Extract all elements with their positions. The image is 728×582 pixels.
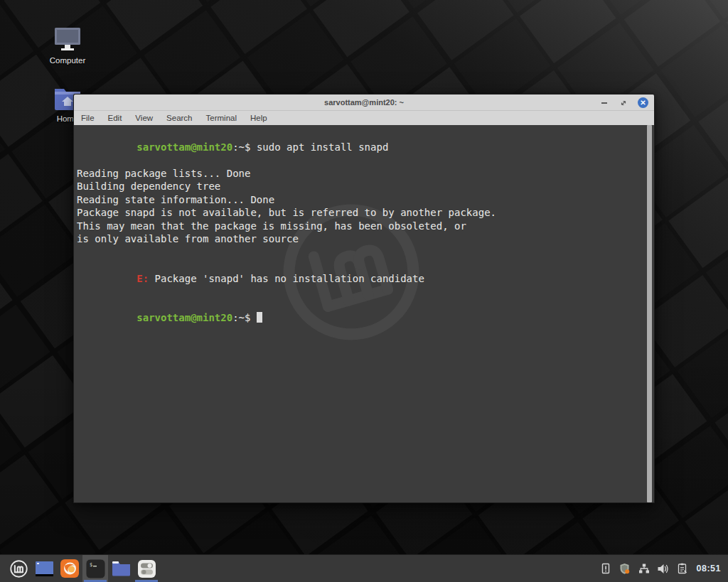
files-launcher[interactable] xyxy=(108,555,134,582)
prompt: sarvottam@mint20 xyxy=(136,312,232,323)
show-desktop-button[interactable] xyxy=(31,555,57,582)
output-line: Building dependency tree xyxy=(77,180,644,193)
output-line: is only available from another source xyxy=(77,232,644,246)
taskbar: $ xyxy=(0,554,728,582)
terminal-cursor xyxy=(257,312,262,323)
terminal-taskbar-button[interactable]: $ xyxy=(82,555,108,582)
menu-edit[interactable]: Edit xyxy=(108,114,122,122)
menu-help[interactable]: Help xyxy=(250,114,267,122)
clipboard-icon[interactable] xyxy=(676,562,689,575)
settings-app-button[interactable] xyxy=(134,555,159,582)
titlebar[interactable]: sarvottam@mint20: ~ ✕ xyxy=(74,95,654,111)
desktop-icon-computer[interactable]: Computer xyxy=(45,26,90,65)
menu-search[interactable]: Search xyxy=(166,114,192,122)
folder-icon xyxy=(112,561,131,576)
terminal-window: sarvottam@mint20: ~ ✕ File Edit View Sea… xyxy=(73,94,655,503)
prompt-line: sarvottam@mint20:~$ xyxy=(77,298,644,338)
menu-view[interactable]: View xyxy=(135,114,153,122)
system-tray: 08:51 xyxy=(599,555,728,582)
firewall-shield-icon[interactable] xyxy=(619,562,631,575)
computer-icon xyxy=(53,26,82,53)
restore-icon xyxy=(620,99,627,107)
firefox-launcher[interactable] xyxy=(57,555,82,582)
terminal-output: sarvottam@mint20:~$ sudo apt install sna… xyxy=(74,125,654,338)
error-line: E: Package 'snapd' has no installation c… xyxy=(77,259,644,298)
blank-line xyxy=(77,246,644,259)
terminal-scrollbar[interactable] xyxy=(647,125,652,502)
firefox-icon xyxy=(60,559,79,578)
svg-text:$: $ xyxy=(90,562,92,568)
settings-toggles-icon xyxy=(138,560,156,578)
output-line: This may mean that the package is missin… xyxy=(77,220,644,233)
output-line: Reading state information... Done xyxy=(77,193,644,207)
prompt: sarvottam@mint20 xyxy=(136,141,232,153)
desktop-icon-label: Computer xyxy=(50,56,86,65)
close-button[interactable]: ✕ xyxy=(638,97,648,108)
command-line: sarvottam@mint20:~$ sudo apt install sna… xyxy=(77,127,644,167)
package-update-icon[interactable] xyxy=(599,562,612,575)
mint-menu-icon xyxy=(9,559,28,578)
desktop-screen: Computer Home sarvottam@mint20: ~ ✕ xyxy=(0,0,728,582)
taskbar-clock[interactable]: 08:51 xyxy=(697,564,721,573)
terminal-body[interactable]: sarvottam@mint20:~$ sudo apt install sna… xyxy=(74,125,654,502)
window-title: sarvottam@mint20: ~ xyxy=(74,98,654,107)
mint-menu-button[interactable] xyxy=(6,555,31,582)
output-line: Package snapd is not available, but is r… xyxy=(77,206,644,220)
maximize-button[interactable] xyxy=(619,98,628,108)
volume-icon[interactable] xyxy=(657,562,670,575)
show-desktop-icon xyxy=(36,561,53,576)
network-icon[interactable] xyxy=(638,562,651,575)
terminal-icon: $ xyxy=(86,559,105,578)
typed-command: sudo apt install snapd xyxy=(257,141,388,153)
menu-terminal[interactable]: Terminal xyxy=(206,114,237,122)
output-line: Reading package lists... Done xyxy=(77,167,644,180)
menu-file[interactable]: File xyxy=(81,114,95,122)
error-prefix: E: xyxy=(136,273,149,284)
menubar: File Edit View Search Terminal Help xyxy=(74,111,654,125)
minimize-button[interactable] xyxy=(599,98,609,108)
